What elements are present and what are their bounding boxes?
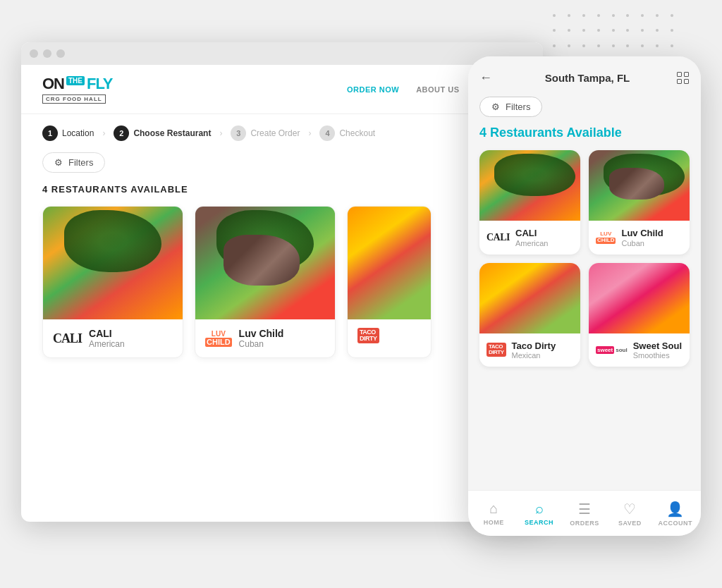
filters-label: Filters [68, 157, 93, 168]
taco-card-info: TACO DIRTY [348, 319, 431, 352]
logo-main: ON THE FLY [42, 75, 113, 93]
mobile-taco-logo: TACO DIRTY [487, 343, 506, 357]
luvchild-meat [224, 235, 300, 286]
luvchild-logo: LUV CHILD [205, 330, 232, 346]
mobile-filters-button[interactable]: ⚙ Filters [479, 97, 542, 117]
restaurant-card-taco[interactable]: TACO DIRTY [347, 206, 432, 358]
mobile-sweetsoul-info: sweet soul Sweet Soul Smoothies [589, 333, 690, 367]
step-arrow-2: › [219, 128, 222, 138]
mobile-nav-home-label: HOME [484, 519, 504, 526]
luvchild-card-info: LUV CHILD Luv Child Cuban [195, 319, 335, 357]
grid-icon-cell-2 [684, 72, 689, 77]
logo-fly: FLY [87, 75, 113, 93]
mobile-restaurants-title: 4 Restaurants Available [479, 125, 690, 140]
browser-dot-yellow [43, 49, 51, 58]
mobile-grid-view-button[interactable] [677, 72, 690, 85]
mobile-count: 4 [479, 125, 487, 140]
luvchild-type: Cuban [239, 339, 284, 349]
cali-garnish [64, 210, 162, 272]
mobile-luvchild-name: Luv Child [621, 228, 663, 239]
mobile-app: ← South Tampa, FL ⚙ Filters 4 Restaurant… [468, 56, 701, 536]
restaurants-section: 4 RESTAURANTS AVAILABLE CALI CALI Americ… [21, 184, 543, 358]
step-arrow-3: › [308, 128, 311, 138]
mobile-card-taco[interactable]: TACO DIRTY Taco Dirty Mexican [479, 263, 580, 367]
step-1-label: Location [62, 128, 94, 138]
mobile-statusbar [468, 56, 701, 63]
mobile-cali-type: American [515, 239, 548, 247]
search-icon: ⌕ [535, 501, 544, 517]
step-2-label: Choose Restaurant [133, 128, 211, 138]
mobile-bottom-nav: ⌂ HOME ⌕ SEARCH ☰ ORDERS ♡ SAVED 👤 ACCOU… [468, 490, 701, 536]
mobile-nav-account-label: ACCOUNT [659, 520, 693, 527]
mobile-nav-account[interactable]: 👤 ACCOUNT [653, 496, 698, 531]
mobile-luvchild-meat [609, 168, 665, 200]
step-4: 4 Checkout [319, 125, 375, 141]
luvchild-details: Luv Child Cuban [239, 328, 284, 349]
grid-icon-cell-1 [677, 72, 682, 77]
grid-icon-cell-3 [677, 79, 682, 84]
mobile-back-button[interactable]: ← [479, 71, 492, 85]
site-nav: ON THE FLY CRG FOOD HALL ORDER NOW ABOUT… [21, 65, 543, 114]
mobile-sweetsoul-logo: sweet soul [596, 346, 628, 354]
mobile-luvchild-details: Luv Child Cuban [621, 228, 663, 247]
restaurant-card-cali[interactable]: CALI CALI American [42, 206, 183, 358]
mobile-taco-details: Taco Dirty Mexican [512, 341, 556, 360]
step-1: 1 Location [42, 125, 94, 141]
mobile-luvchild-logo: LUV CHILD [596, 231, 616, 244]
nav-order-now[interactable]: ORDER NOW [347, 85, 399, 94]
restaurants-title: 4 RESTAURANTS AVAILABLE [42, 184, 522, 195]
mobile-cali-image [479, 150, 580, 221]
step-3: 3 Create Order [231, 125, 300, 141]
mobile-restaurants-grid: CALI CALI American LUV CHILD [479, 150, 690, 367]
browser-content: ON THE FLY CRG FOOD HALL ORDER NOW ABOUT… [21, 65, 543, 522]
mobile-nav-saved-label: SAVED [618, 520, 642, 527]
logo-on: ON [42, 75, 64, 93]
mobile-taco-name: Taco Dirty [512, 341, 556, 352]
mobile-filters-icon: ⚙ [491, 102, 500, 112]
step-1-num: 1 [42, 125, 58, 141]
mobile-card-luvchild[interactable]: LUV CHILD Luv Child Cuban [589, 150, 690, 255]
site-logo: ON THE FLY CRG FOOD HALL [42, 75, 113, 104]
cali-card-info: CALI CALI American [43, 319, 183, 357]
luvchild-name: Luv Child [239, 328, 284, 339]
mobile-cali-name: CALI [515, 228, 548, 239]
cali-type: American [89, 339, 125, 349]
browser-titlebar [21, 42, 543, 65]
mobile-filters-label: Filters [506, 102, 530, 112]
filters-icon: ⚙ [54, 157, 63, 168]
mobile-nav-saved[interactable]: ♡ SAVED [607, 496, 652, 531]
grid-icon-cell-4 [684, 79, 689, 84]
mobile-filters-area: ⚙ Filters [468, 92, 701, 117]
account-icon: 👤 [666, 501, 684, 517]
browser-window: ON THE FLY CRG FOOD HALL ORDER NOW ABOUT… [21, 42, 543, 522]
mobile-taco-info: TACO DIRTY Taco Dirty Mexican [479, 333, 580, 367]
saved-icon: ♡ [623, 501, 636, 517]
step-arrow-1: › [102, 128, 105, 138]
mobile-luvchild-image [589, 150, 690, 221]
mobile-nav-home[interactable]: ⌂ HOME [471, 496, 516, 530]
filters-button[interactable]: ⚙ Filters [42, 152, 105, 173]
step-2: 2 Choose Restaurant [114, 125, 211, 141]
mobile-sweetsoul-image [589, 263, 690, 333]
mobile-card-cali[interactable]: CALI CALI American [479, 150, 580, 255]
nav-about-us[interactable]: ABOUT US [416, 85, 459, 94]
mobile-cali-details: CALI American [515, 228, 548, 247]
mobile-cali-info: CALI CALI American [479, 221, 580, 255]
logo-the: THE [66, 76, 85, 85]
restaurants-grid: CALI CALI American LU [42, 206, 522, 358]
orders-icon: ☰ [578, 501, 591, 517]
mobile-cali-garnish [494, 154, 575, 196]
step-3-num: 3 [231, 125, 246, 141]
taco-food-image [348, 207, 431, 319]
mobile-cali-logo: CALI [487, 232, 510, 243]
step-4-num: 4 [319, 125, 335, 141]
mobile-luvchild-type: Cuban [621, 239, 663, 247]
mobile-nav-search[interactable]: ⌕ SEARCH [516, 496, 561, 530]
mobile-location-label: South Tampa, FL [498, 72, 677, 84]
mobile-nav-orders-label: ORDERS [570, 520, 599, 527]
restaurant-card-luvchild[interactable]: LUV CHILD Luv Child Cuban [195, 206, 336, 358]
steps-bar: 1 Location › 2 Choose Restaurant › 3 Cre… [21, 114, 543, 152]
mobile-nav-orders[interactable]: ☰ ORDERS [562, 496, 607, 531]
mobile-luvchild-info: LUV CHILD Luv Child Cuban [589, 221, 690, 255]
mobile-card-sweetsoul[interactable]: sweet soul Sweet Soul Smoothies [589, 263, 690, 367]
